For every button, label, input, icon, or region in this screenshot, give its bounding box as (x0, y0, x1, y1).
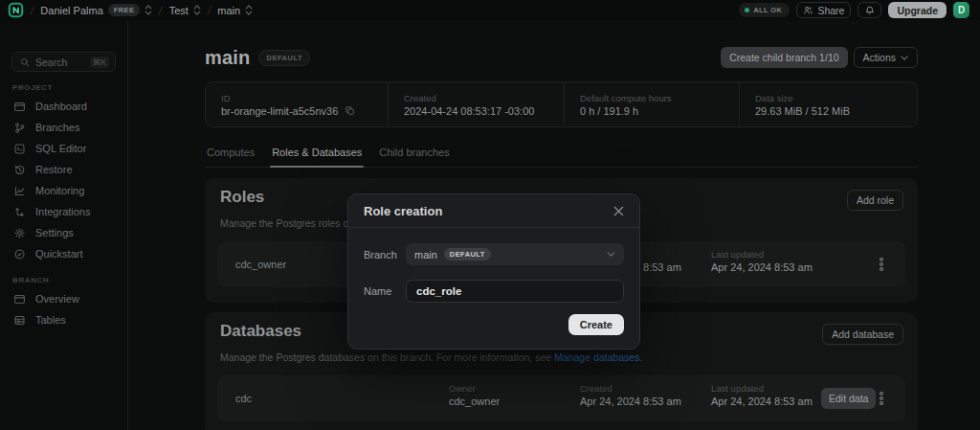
data-size-value: 29.63 MiB / 512 MiB (755, 105, 902, 117)
breadcrumb-separator: / (158, 4, 164, 17)
breadcrumb-separator: / (206, 4, 212, 17)
database-owner-column: Owner cdc_owner (449, 383, 500, 407)
share-icon (803, 5, 813, 15)
default-badge: DEFAULT (444, 248, 491, 260)
sidebar-item-label: Restore (35, 164, 73, 175)
edit-data-button[interactable]: Edit data (821, 388, 876, 409)
branch-form-row: Branch main DEFAULT (364, 243, 624, 265)
sidebar-item-monitoring[interactable]: Monitoring (0, 180, 127, 201)
share-button[interactable]: Share (796, 2, 851, 18)
column-value: Apr 24, 2024 8:53 am (580, 396, 681, 407)
chevron-down-icon (901, 56, 908, 60)
sidebar-item-tables[interactable]: Tables (0, 309, 127, 330)
actions-button[interactable]: Actions (854, 47, 918, 68)
column-value: Apr 24, 2024 8:53 am (711, 261, 813, 273)
sql-editor-icon (13, 143, 26, 155)
search-input[interactable] (35, 57, 84, 68)
info-cell-created: Created 2024-04-24 08:53:17 -03:00 (388, 82, 564, 126)
databases-description: Manage the Postgres databases on this br… (220, 351, 642, 363)
kebab-menu-icon[interactable] (877, 255, 886, 274)
section-label: PROJECT (12, 83, 127, 92)
share-label: Share (817, 5, 844, 16)
page-header: main DEFAULT Create child branch 1/10 Ac… (205, 46, 918, 69)
monitoring-icon (13, 185, 26, 197)
role-name-input[interactable] (406, 280, 624, 303)
role-updated-column: Last updated Apr 24, 2024 8:53 am (711, 249, 813, 273)
databases-title: Databases (220, 322, 301, 341)
sidebar-item-branches[interactable]: Branches (0, 117, 127, 138)
default-badge: DEFAULT (258, 50, 310, 66)
sidebar-item-label: Integrations (35, 206, 90, 217)
add-role-label: Add role (857, 194, 894, 206)
sidebar: ⌘K PROJECT Dashboard Branches SQL Editor… (0, 20, 128, 430)
compute-hours-value: 0 h / 191.9 h (580, 105, 724, 117)
status-label: ALL OK (753, 6, 782, 14)
sidebar-item-label: Quickstart (35, 248, 83, 260)
navbar-actions: ALL OK Share Upgrade D (739, 2, 969, 18)
databases-description-text: Manage the Postgres databases on this br… (220, 351, 554, 363)
search-shortcut: ⌘K (90, 57, 109, 68)
sidebar-item-quickstart[interactable]: Quickstart (0, 243, 127, 264)
database-created-column: Created Apr 24, 2024 8:53 am (580, 383, 681, 407)
created-value: 2024-04-24 08:53:17 -03:00 (404, 105, 548, 117)
notifications-button[interactable] (858, 2, 881, 18)
tab-computes[interactable]: Computes (205, 141, 256, 167)
role-creation-modal: Role creation Branch main DEFAULT Name C… (347, 193, 640, 350)
page-title: main (205, 47, 250, 69)
sidebar-item-integrations[interactable]: Integrations (0, 201, 127, 222)
sidebar-branch-section: BRANCH Overview Tables (0, 276, 127, 330)
roles-title: Roles (220, 188, 264, 207)
branch-tabs: Computes Roles & Databases Child branche… (205, 141, 918, 168)
integrations-icon (13, 206, 26, 218)
breadcrumb-branch[interactable]: main (217, 5, 253, 16)
column-label: Last updated (711, 249, 813, 260)
status-badge[interactable]: ALL OK (739, 3, 790, 17)
org-name: Daniel Palma (40, 5, 102, 16)
search-icon (20, 57, 30, 67)
manage-databases-link[interactable]: Manage databases. (554, 351, 642, 363)
database-updated-column: Last updated Apr 24, 2024 8:53 am (711, 383, 813, 407)
copy-icon[interactable] (345, 105, 355, 116)
name-form-row: Name (364, 280, 624, 303)
upgrade-button[interactable]: Upgrade (888, 2, 947, 18)
branch-id-value: br-orange-limit-a5c5nv36 (221, 105, 338, 117)
sidebar-item-overview[interactable]: Overview (0, 288, 127, 309)
tab-child-branches[interactable]: Child branches (377, 141, 451, 167)
modal-header: Role creation (348, 194, 639, 228)
breadcrumb-project[interactable]: Test (169, 5, 201, 16)
overview-icon (13, 293, 26, 306)
create-button[interactable]: Create (568, 314, 624, 335)
breadcrumb-org[interactable]: Daniel Palma FREE (40, 4, 152, 16)
info-cell-data-size: Data size 29.63 MiB / 512 MiB (739, 82, 917, 126)
info-cell-compute-hours: Default compute hours 0 h / 191.9 h (564, 82, 739, 126)
info-cell-id: ID br-orange-limit-a5c5nv36 (206, 82, 388, 126)
info-label: Data size (755, 93, 902, 103)
sidebar-item-dashboard[interactable]: Dashboard (0, 96, 127, 117)
sidebar-item-label: Branches (35, 122, 79, 133)
status-dot (745, 8, 749, 12)
modal-title: Role creation (364, 204, 612, 218)
sidebar-item-restore[interactable]: Restore (0, 159, 127, 180)
branch-select[interactable]: main DEFAULT (406, 243, 624, 265)
create-child-branch-button[interactable]: Create child branch 1/10 (721, 47, 847, 68)
breadcrumb-separator: / (30, 4, 35, 17)
info-label: Created (404, 93, 548, 103)
sidebar-item-sql-editor[interactable]: SQL Editor (0, 138, 127, 159)
dashboard-icon (13, 101, 26, 113)
branch-name: main (217, 5, 240, 16)
tables-icon (13, 314, 26, 327)
search-box[interactable]: ⌘K (11, 52, 116, 72)
sidebar-item-settings[interactable]: Settings (0, 222, 127, 243)
sidebar-item-label: Dashboard (35, 101, 87, 112)
info-label: Default compute hours (580, 93, 724, 103)
kebab-menu-icon[interactable] (877, 389, 886, 408)
add-role-button[interactable]: Add role (847, 190, 903, 211)
info-label: ID (221, 93, 372, 103)
neon-logo-icon[interactable] (8, 2, 24, 18)
close-icon[interactable] (612, 204, 626, 218)
name-field-label: Name (364, 285, 406, 297)
tab-roles-databases[interactable]: Roles & Databases (270, 141, 364, 167)
quickstart-icon (13, 248, 26, 260)
add-database-button[interactable]: Add database (822, 324, 903, 345)
avatar[interactable]: D (953, 2, 969, 18)
